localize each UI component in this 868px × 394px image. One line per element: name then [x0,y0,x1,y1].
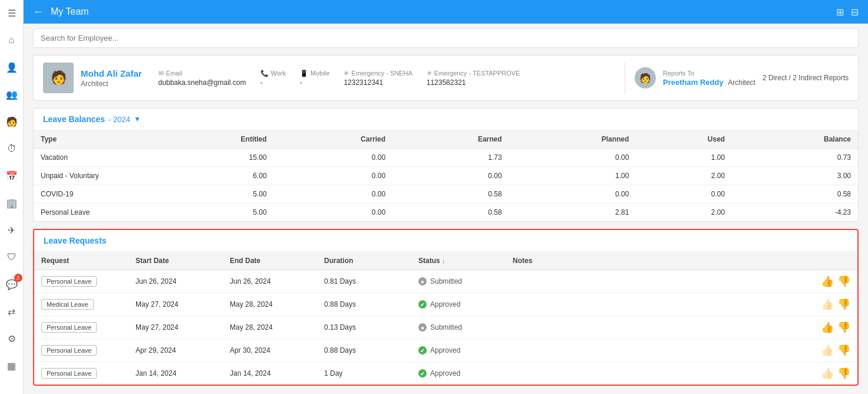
back-button[interactable]: ← [33,6,44,18]
status-badge: ✔ Approved [418,369,499,377]
chevron-down-icon[interactable]: ▼ [134,115,141,123]
col-duration-header: Duration [317,252,411,270]
col-earned-header: Earned [392,130,509,149]
grid-icon[interactable]: ▦ [4,357,20,374]
notes-cell [506,293,810,316]
table-row: Personal Leave 5.00 0.00 0.58 2.81 2.00 … [34,203,858,222]
person-add-icon[interactable]: 🧑 [4,113,20,130]
leave-tag[interactable]: Personal Leave [41,368,97,379]
approve-button[interactable]: 👍 [821,344,834,357]
plane-icon[interactable]: ✈ [4,222,20,238]
employee-contacts: ✉ Email dubbaka.sneha@gmail.com 📞 Work - [149,70,615,87]
user-icon[interactable]: 👤 [4,59,20,75]
reject-button[interactable]: 👎 [837,275,850,288]
topbar-icon-1[interactable]: ⊞ [836,6,844,18]
start-date-cell: Apr 29, 2024 [128,339,223,362]
approve-button[interactable]: 👍 [821,275,834,288]
settings-icon[interactable]: ⚙ [4,330,20,347]
email-label: ✉ Email [159,70,246,77]
table-row: Medical Leave May 27, 2024 May 28, 2024 … [34,293,857,316]
clock-icon[interactable]: ⏱ [4,140,20,157]
end-date-cell: Jan 14, 2024 [223,362,317,385]
status-cell: ✔ Approved [411,362,506,385]
leave-requests-header-row: Request Start Date End Date Duration Sta… [34,252,857,270]
calendar-icon[interactable]: 📅 [4,168,20,184]
employee-info: Mohd Ali Zafar Architect [81,68,142,88]
leave-tag[interactable]: Personal Leave [41,345,97,356]
people-icon[interactable]: 👥 [4,86,20,103]
leave-balances-table: Type Entitled Carried Earned Planned Use… [34,130,858,221]
action-buttons: 👍 👎 [817,275,850,288]
menu-icon[interactable]: ☰ [4,5,20,21]
actions-cell: 👍 👎 [810,293,857,316]
chat-badge-icon[interactable]: 💬 2 [4,276,20,293]
actions-cell: 👍 👎 [810,362,857,385]
action-buttons: 👍 👎 [817,321,850,334]
mobile-label: 📱 Mobile [300,70,329,77]
reject-button[interactable]: 👎 [837,344,850,357]
leave-type-cell: Unpaid - Voluntary [34,167,151,185]
table-row: Personal Leave Apr 29, 2024 Apr 30, 2024… [34,339,857,362]
status-dot: ✔ [418,369,427,377]
leave-tag[interactable]: Personal Leave [41,322,97,333]
leave-balances-year: - 2024 [108,115,130,124]
request-type-cell: Medical Leave [34,293,128,316]
leave-balances-header: Leave Balances - 2024 ▼ [34,109,858,130]
shield-icon[interactable]: 🛡 [4,249,20,265]
employee-left-section: 🧑 Mohd Ali Zafar Architect ✉ Email dubba… [43,63,625,93]
entitled-cell: 5.00 [151,185,274,203]
notes-cell [506,270,810,293]
leave-type-cell: Personal Leave [34,203,151,222]
employee-name: Mohd Ali Zafar [81,68,142,78]
carried-cell: 0.00 [274,167,393,185]
used-cell: 1.00 [636,149,732,167]
balance-cell: 0.58 [732,185,858,203]
topbar-icon-2[interactable]: ⊟ [851,6,859,18]
reject-button[interactable]: 👎 [837,367,850,380]
col-carried-header: Carried [274,130,393,149]
earned-cell: 0.00 [392,167,509,185]
reject-button[interactable]: 👎 [837,298,850,311]
approve-button[interactable]: 👍 [821,367,834,380]
approve-button[interactable]: 👍 [821,321,834,334]
content-area: 🧑 Mohd Ali Zafar Architect ✉ Email dubba… [24,24,868,394]
used-cell: 2.00 [636,203,732,222]
leave-balances-header-row: Type Entitled Carried Earned Planned Use… [34,130,858,149]
mobile-icon: 📱 [300,70,308,77]
leave-tag[interactable]: Personal Leave [41,276,97,287]
leave-balances-title: Leave Balances [43,114,105,124]
col-actions-header [810,252,857,270]
status-badge: ● Submitted [418,323,499,331]
building-icon[interactable]: 🏢 [4,195,20,211]
leave-balances-section: Leave Balances - 2024 ▼ Type Entitled Ca… [33,108,859,222]
leave-type-cell: COVID-19 [34,185,151,203]
leave-requests-title: Leave Requests [44,236,107,245]
reports-to-name[interactable]: Preetham Reddy [663,78,724,87]
emergency2-label: ✳ Emergency - TESTAPPROVE [427,70,520,77]
reports-section: 🧑 Reports To Preetham Reddy Architect 2 … [625,67,849,88]
duration-cell: 0.88 Days [317,293,411,316]
col-enddate-header: End Date [223,252,317,270]
sort-icon[interactable]: ↓ [442,257,445,264]
topbar-controls: ⊞ ⊟ [836,6,859,18]
approve-button[interactable]: 👍 [821,298,834,311]
reject-button[interactable]: 👎 [837,321,850,334]
email-value: dubbaka.sneha@gmail.com [159,78,246,87]
col-used-header: Used [636,130,732,149]
leave-tag[interactable]: Medical Leave [41,299,94,310]
employee-title: Architect [81,80,142,88]
request-type-cell: Personal Leave [34,339,128,362]
chat-badge-count: 2 [14,274,22,282]
status-badge: ✔ Approved [418,300,499,308]
search-input[interactable] [33,28,859,48]
table-row: Personal Leave Jun 26, 2024 Jun 26, 2024… [34,270,857,293]
transfer-icon[interactable]: ⇄ [4,303,20,320]
duration-cell: 0.88 Days [317,339,411,362]
col-balance-header: Balance [732,130,858,149]
col-startdate-header: Start Date [128,252,223,270]
status-badge: ● Submitted [418,277,499,285]
carried-cell: 0.00 [274,185,393,203]
home-icon[interactable]: ⌂ [4,32,20,48]
col-type-header: Type [34,130,151,149]
email-icon: ✉ [159,70,164,77]
